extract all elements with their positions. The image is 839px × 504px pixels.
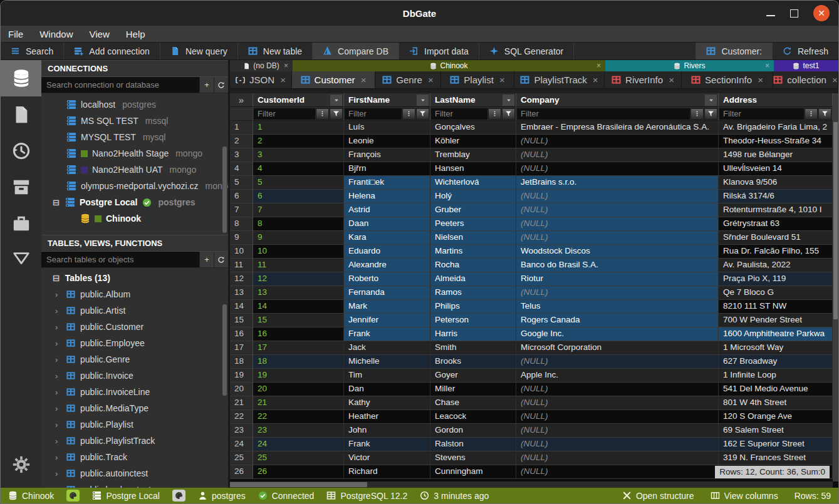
row-number[interactable]: 17 [230, 341, 253, 355]
cell-lastname[interactable]: Martins [430, 245, 516, 259]
statusbar-item-palette-icon[interactable] [172, 490, 185, 501]
menu-item-window[interactable]: Window [39, 29, 73, 39]
cell-company[interactable]: Google Inc. [516, 327, 719, 341]
column-header-lastname[interactable]: LastName [430, 93, 516, 107]
cell-company[interactable]: (NULL) [516, 451, 719, 465]
tab-genre[interactable]: Genre× [375, 71, 441, 88]
cell-firstname[interactable]: Heather [344, 410, 430, 424]
rail-item-database-icon[interactable] [1, 60, 41, 96]
filter-funnel-button[interactable] [416, 108, 429, 120]
cell-company[interactable]: Woodstock Discos [516, 245, 719, 259]
cell-firstname[interactable]: Kathy [344, 396, 430, 410]
cell-address[interactable]: 541 Del Medio Avenue [719, 383, 833, 396]
table-item-public-playlisttrack[interactable]: ›public.PlaylistTrack [41, 433, 228, 449]
table-item-public-customer[interactable]: ›public.Customer [41, 319, 228, 335]
cell-company[interactable]: (NULL) [516, 383, 719, 396]
row-number[interactable]: 18 [230, 355, 253, 369]
cell-address[interactable]: Qe 7 Bloco G [719, 286, 833, 300]
cell-company[interactable]: Riotur [516, 272, 719, 286]
close-tab-icon[interactable]: × [669, 75, 674, 85]
cell-lastname[interactable]: Tremblay [430, 148, 516, 162]
close-tab-icon[interactable]: × [428, 75, 434, 85]
column-header-firstname[interactable]: FirstName [344, 93, 430, 107]
close-tab-icon[interactable]: × [597, 61, 601, 70]
cell-company[interactable]: JetBrains s.r.o. [516, 176, 719, 190]
cell-lastname[interactable]: Almeida [430, 272, 516, 286]
table-item-public-mediatype[interactable]: ›public.MediaType [41, 400, 228, 416]
cell-address[interactable]: 8210 111 ST NW [719, 300, 833, 314]
cell-address[interactable]: Grétrystraat 63 [719, 217, 833, 231]
column-header-company[interactable]: Company [516, 93, 719, 107]
cell-company[interactable]: (NULL) [516, 148, 719, 162]
rail-item-funnel-outline-icon[interactable] [1, 242, 41, 278]
color-badge[interactable] [66, 490, 80, 501]
tab-json[interactable]: {-}JSON× [230, 71, 292, 88]
cell-firstname[interactable]: Franti□ek [344, 176, 430, 190]
database-tab-chinook[interactable]: Chinook× [293, 60, 605, 71]
toolbar-button-sql-generator[interactable]: SQL Generator [479, 43, 574, 59]
cell-address[interactable]: Praça Pio X, 119 [719, 272, 833, 286]
filter-funnel-button[interactable] [330, 108, 343, 120]
cell-firstname[interactable]: Helena [344, 190, 430, 203]
connection-item-postgre-local[interactable]: ⊟Postgre Localpostgres [41, 194, 228, 210]
close-tab-icon[interactable]: × [758, 75, 763, 85]
filter-menu-button[interactable] [805, 108, 818, 120]
cell-customerid[interactable]: 11 [253, 259, 344, 272]
cell-firstname[interactable]: Luís [344, 121, 430, 135]
close-tab-icon[interactable]: × [593, 75, 598, 85]
table-item-public-invoiceline[interactable]: ›public.InvoiceLine [41, 384, 228, 400]
cell-firstname[interactable]: Mark [344, 300, 430, 314]
filter-menu-button[interactable] [316, 108, 329, 120]
cell-address[interactable]: Av. Brigadeiro Faria Lima, 2 [719, 121, 833, 135]
cell-firstname[interactable]: Astrid [344, 203, 430, 217]
cell-customerid[interactable]: 6 [253, 190, 344, 203]
cell-firstname[interactable]: Jennifer [344, 314, 430, 327]
cell-customerid[interactable]: 26 [253, 465, 344, 479]
filter-input-firstname[interactable] [345, 108, 402, 120]
statusbar-item-view-columns[interactable]: View columns [711, 491, 778, 501]
refresh-tables-button[interactable] [214, 252, 228, 267]
filter-funnel-button[interactable] [502, 108, 515, 120]
table-item-public-autoinctest[interactable]: ›public.autoinctest [41, 465, 228, 481]
rail-item-history-icon[interactable] [1, 133, 41, 169]
cell-customerid[interactable]: 5 [253, 176, 344, 190]
cell-lastname[interactable]: Wichterlová [430, 176, 516, 190]
cell-company[interactable]: (NULL) [516, 135, 719, 148]
cell-firstname[interactable]: Eduardo [344, 245, 430, 259]
table-item-public-genre[interactable]: ›public.Genre [41, 351, 228, 368]
connection-item-nano2health-stage[interactable]: Nano2Health Stagemongo [41, 145, 228, 162]
expand-chevron-icon[interactable]: › [55, 290, 61, 299]
filter-input-address[interactable] [719, 108, 804, 120]
statusbar-item-palette-icon[interactable] [66, 490, 80, 501]
connections-scrollbar[interactable] [222, 147, 227, 233]
row-number[interactable]: 1 [230, 121, 253, 135]
cell-firstname[interactable]: Frank [344, 327, 430, 341]
tab-sectioninfo[interactable]: SectionInfo× [682, 71, 773, 88]
cell-lastname[interactable]: Cunningham [430, 465, 516, 479]
table-item-public-album[interactable]: ›public.Album [41, 286, 228, 302]
cell-company[interactable]: (NULL) [516, 162, 719, 176]
cell-lastname[interactable]: Hansen [430, 162, 516, 176]
cell-company[interactable]: (NULL) [516, 217, 719, 231]
cell-company[interactable]: Rogers Canada [516, 314, 719, 327]
toolbar-button-add-connection[interactable]: Add connection [64, 43, 160, 59]
cell-customerid[interactable]: 10 [253, 245, 344, 259]
cell-lastname[interactable]: Köhler [430, 135, 516, 148]
table-item-public-playlist[interactable]: ›public.Playlist [41, 416, 228, 433]
table-item-public-invoice[interactable]: ›public.Invoice [41, 368, 228, 384]
connection-item-chinook[interactable]: Chinook [41, 210, 228, 227]
row-number[interactable]: 2 [230, 135, 253, 148]
cell-lastname[interactable]: Smith [430, 341, 516, 355]
cell-lastname[interactable]: Chase [430, 396, 516, 410]
row-number[interactable]: 7 [230, 203, 253, 217]
cell-address[interactable]: 120 S Orange Ave [719, 410, 833, 424]
expand-chevron-icon[interactable]: › [55, 436, 61, 446]
column-menu-button[interactable] [705, 95, 717, 106]
statusbar-item-connected[interactable]: Connected [258, 491, 315, 501]
cell-firstname[interactable]: François [344, 148, 430, 162]
cell-customerid[interactable]: 14 [253, 300, 344, 314]
cell-address[interactable]: 162 E Superior Street [719, 438, 833, 451]
statusbar-item-postgresql-12-2[interactable]: PostgreSQL 12.2 [326, 491, 407, 501]
close-tab-icon[interactable]: × [499, 75, 505, 85]
cell-address[interactable]: Theodor-Heuss-Straße 34 [719, 135, 833, 148]
